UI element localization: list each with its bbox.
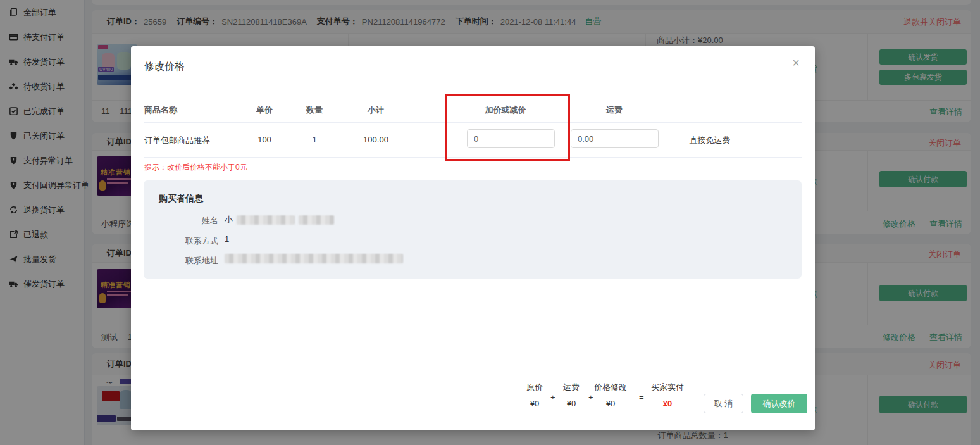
col-product-name: 商品名称 xyxy=(144,104,177,116)
col-shipping-fee: 运费 xyxy=(606,104,623,116)
buyer-info-panel: 购买者信息 姓名 小 联系方式 1 联系地址 xyxy=(144,180,802,279)
redacted-name-block xyxy=(299,215,334,225)
adjust-price-input[interactable] xyxy=(467,129,555,148)
buyer-name-text: 小 xyxy=(225,214,233,225)
cancel-button[interactable]: 取 消 xyxy=(704,394,743,413)
equals-sign: = xyxy=(639,392,644,402)
buyer-contact-label: 联系方式 xyxy=(168,235,218,247)
price-tip: 提示：改价后价格不能小于0元 xyxy=(144,162,247,173)
buyer-info-title: 购买者信息 xyxy=(159,193,203,204)
modal-title: 修改价格 xyxy=(144,60,185,73)
shipping-label: 运费 xyxy=(549,382,593,393)
redacted-name-block xyxy=(237,215,295,225)
buyer-paid-label: 买家实付 xyxy=(645,382,690,393)
buyer-contact-value: 1 xyxy=(225,234,229,244)
free-shipping-action[interactable]: 直接免运费 xyxy=(690,135,731,146)
price-modify-value: ¥0 xyxy=(588,399,633,408)
close-icon[interactable]: × xyxy=(792,56,800,69)
shipping-value: ¥0 xyxy=(549,399,593,408)
confirm-price-button[interactable]: 确认改价 xyxy=(751,394,807,413)
buyer-paid-value: ¥0 xyxy=(645,399,690,408)
buyer-name-label: 姓名 xyxy=(168,215,218,227)
qty-cell: 1 xyxy=(312,135,316,144)
price-modify-label: 价格修改 xyxy=(588,382,633,393)
shipping-summary: 运费 ¥0 xyxy=(549,382,593,408)
price-modify-summary: 价格修改 ¥0 xyxy=(588,382,633,408)
shipping-fee-input[interactable] xyxy=(571,129,659,148)
buyer-paid-summary: 买家实付 ¥0 xyxy=(645,382,690,408)
modify-price-modal: 修改价格 × 商品名称 单价 数量 小计 加价或减价 运费 订单包邮商品推荐 1… xyxy=(131,46,815,430)
col-unit-price: 单价 xyxy=(256,104,273,116)
col-adjust-price: 加价或减价 xyxy=(485,104,526,116)
subtotal-cell: 100.00 xyxy=(363,135,388,144)
col-qty: 数量 xyxy=(306,104,323,116)
highlight-rectangle xyxy=(445,94,570,161)
unit-price-cell: 100 xyxy=(257,135,271,144)
buyer-address-value xyxy=(225,254,403,263)
redacted-address-block xyxy=(225,254,403,263)
col-subtotal: 小计 xyxy=(368,104,384,116)
buyer-name-value: 小 xyxy=(225,214,334,225)
buyer-address-label: 联系地址 xyxy=(168,255,218,266)
order-admin-page: 全部订单 待支付订单 待发货订单 待收货订单 已完成订单 已关闭订单 支付异常订… xyxy=(0,0,980,445)
product-name-cell: 订单包邮商品推荐 xyxy=(144,135,210,146)
